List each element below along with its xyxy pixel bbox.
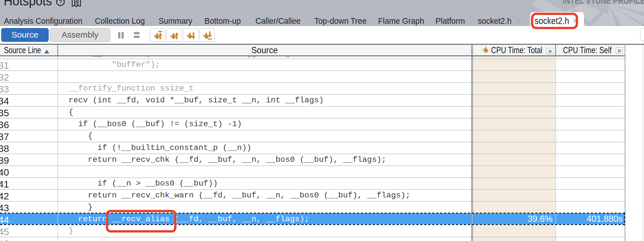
svg-text:INTEL VTUNE PROFILER: INTEL VTUNE PROFILER (563, 0, 644, 5)
svg-text:?: ? (59, 0, 62, 5)
